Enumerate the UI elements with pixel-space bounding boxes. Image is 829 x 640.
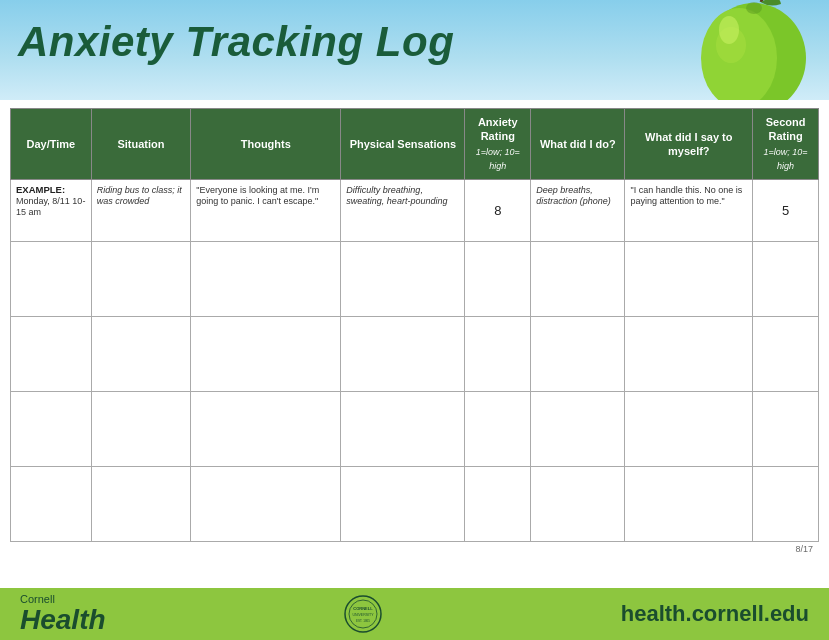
- cell: [191, 241, 341, 316]
- svg-point-4: [746, 2, 762, 14]
- table-row: [11, 466, 819, 541]
- cell: [465, 391, 531, 466]
- cell: [341, 241, 465, 316]
- cell: [11, 316, 92, 391]
- table-row: [11, 391, 819, 466]
- cell: [341, 466, 465, 541]
- cell: [191, 466, 341, 541]
- footer-branding: Cornell Health: [20, 593, 106, 636]
- cell: [91, 316, 190, 391]
- cell: [625, 466, 753, 541]
- cell: [11, 241, 92, 316]
- cell: [753, 241, 819, 316]
- svg-point-3: [719, 16, 739, 44]
- cell: [191, 316, 341, 391]
- table-row: [11, 241, 819, 316]
- example-what-did: Deep breaths, distraction (phone): [531, 179, 625, 241]
- example-situation: Riding bus to class; it was crowded: [91, 179, 190, 241]
- main-content: Day/Time Situation Thoughts Physical Sen…: [0, 100, 829, 558]
- footer-url: health.cornell.edu: [621, 601, 809, 627]
- col-say-to-self: What did I say to myself?: [625, 109, 753, 180]
- cell: [531, 391, 625, 466]
- cornell-seal-icon: CORNELL UNIVERSITY EST. 1865: [343, 594, 383, 634]
- example-physical: Difficulty breathing, sweating, heart-po…: [341, 179, 465, 241]
- svg-text:EST. 1865: EST. 1865: [356, 619, 370, 623]
- example-datetime: EXAMPLE: Monday, 8/11 10-15 am: [11, 179, 92, 241]
- table-header-row: Day/Time Situation Thoughts Physical Sen…: [11, 109, 819, 180]
- col-second-rating: Second Rating 1=low; 10= high: [753, 109, 819, 180]
- cell: [531, 316, 625, 391]
- cell: [753, 466, 819, 541]
- apple-image: [689, 0, 819, 100]
- table-row: [11, 316, 819, 391]
- cell: [11, 391, 92, 466]
- cell: [625, 316, 753, 391]
- cell: [91, 241, 190, 316]
- cell: [341, 391, 465, 466]
- cell: [753, 316, 819, 391]
- page-title: Anxiety Tracking Log: [18, 18, 454, 66]
- cell: [531, 466, 625, 541]
- col-physical: Physical Sensations: [341, 109, 465, 180]
- footer: Cornell Health CORNELL UNIVERSITY EST. 1…: [0, 588, 829, 640]
- cell: [625, 241, 753, 316]
- example-second-rating: 5: [753, 179, 819, 241]
- cell: [625, 391, 753, 466]
- tracking-table: Day/Time Situation Thoughts Physical Sen…: [10, 108, 819, 542]
- footer-health-label: Health: [20, 605, 106, 636]
- cell: [341, 316, 465, 391]
- col-what-did: What did I do?: [531, 109, 625, 180]
- cell: [465, 241, 531, 316]
- footer-cornell-label: Cornell: [20, 593, 106, 605]
- cell: [465, 316, 531, 391]
- cell: [91, 391, 190, 466]
- example-say-to-self: "I can handle this. No one is paying att…: [625, 179, 753, 241]
- cell: [191, 391, 341, 466]
- svg-text:CORNELL: CORNELL: [353, 606, 373, 611]
- example-thoughts: "Everyone is looking at me. I'm going to…: [191, 179, 341, 241]
- cell: [753, 391, 819, 466]
- col-datetime: Day/Time: [11, 109, 92, 180]
- col-situation: Situation: [91, 109, 190, 180]
- example-row: EXAMPLE: Monday, 8/11 10-15 am Riding bu…: [11, 179, 819, 241]
- example-rating: 8: [465, 179, 531, 241]
- cell: [91, 466, 190, 541]
- footer-seal-container: CORNELL UNIVERSITY EST. 1865: [343, 594, 383, 634]
- page-number: 8/17: [10, 542, 819, 554]
- col-thoughts: Thoughts: [191, 109, 341, 180]
- svg-text:UNIVERSITY: UNIVERSITY: [353, 613, 375, 617]
- cell: [531, 241, 625, 316]
- col-anxiety-rating: Anxiety Rating 1=low; 10= high: [465, 109, 531, 180]
- cell: [465, 466, 531, 541]
- header: Anxiety Tracking Log: [0, 0, 829, 100]
- cell: [11, 466, 92, 541]
